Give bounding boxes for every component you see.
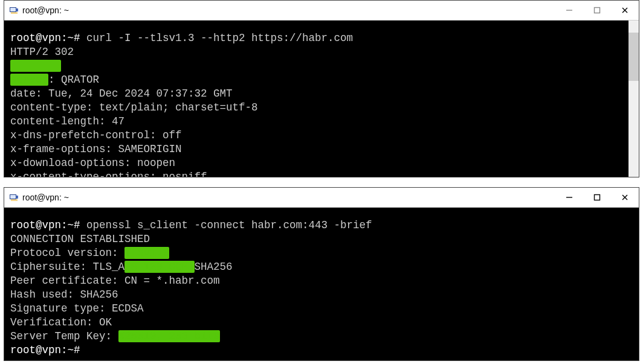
svg-rect-10 xyxy=(10,195,16,199)
titlebar[interactable]: root@vpn: ~ xyxy=(4,1,639,21)
window-title: root@vpn: ~ xyxy=(22,5,69,15)
title-left: root@vpn: ~ xyxy=(4,5,69,15)
svg-rect-11 xyxy=(16,196,18,199)
svg-rect-13 xyxy=(595,195,600,200)
titlebar[interactable]: root@vpn: ~ xyxy=(4,188,639,208)
minimize-button[interactable] xyxy=(555,1,583,20)
terminal-output[interactable]: root@vpn:~# curl -I --tlsv1.3 --http2 ht… xyxy=(4,21,639,177)
minimize-button[interactable] xyxy=(555,188,583,207)
title-left: root@vpn: ~ xyxy=(4,193,69,202)
scrollbar-thumb[interactable] xyxy=(628,33,639,81)
svg-rect-2 xyxy=(10,8,16,11)
window-title: root@vpn: ~ xyxy=(22,193,69,202)
svg-rect-1 xyxy=(11,12,18,14)
putty-icon xyxy=(9,193,19,202)
svg-rect-3 xyxy=(16,8,18,11)
putty-icon xyxy=(9,5,19,15)
close-button[interactable] xyxy=(611,1,639,20)
close-button[interactable] xyxy=(611,188,639,207)
terminal-window-1: root@vpn: ~ root@vpn:~# curl -I --tlsv1.… xyxy=(4,0,639,177)
svg-rect-9 xyxy=(11,199,18,201)
terminal-window-2: root@vpn: ~ root@vpn:~# openssl s_client… xyxy=(4,187,639,361)
maximize-button[interactable] xyxy=(583,188,611,207)
terminal-output[interactable]: root@vpn:~# openssl s_client -connect ha… xyxy=(4,208,639,360)
maximize-button[interactable] xyxy=(583,1,611,20)
svg-rect-5 xyxy=(595,8,600,13)
scrollbar[interactable] xyxy=(628,21,639,177)
